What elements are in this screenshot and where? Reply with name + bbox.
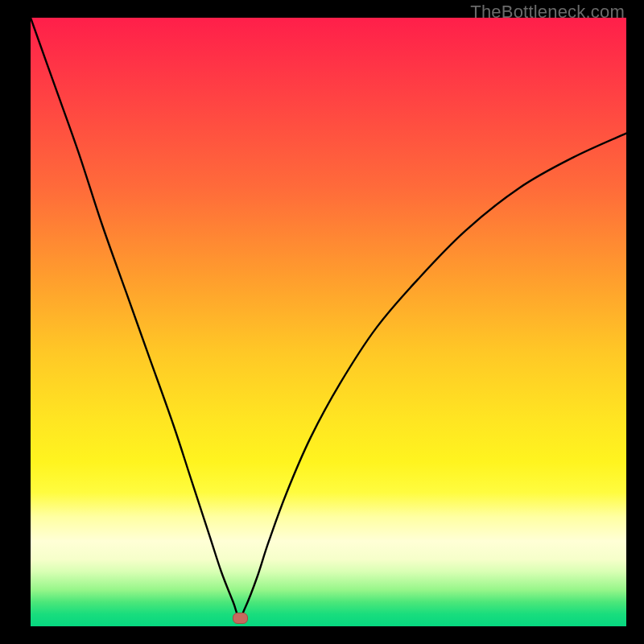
- plot-area: [31, 18, 626, 626]
- bottleneck-curve: [31, 18, 626, 626]
- curve-path: [31, 18, 626, 617]
- chart-frame: TheBottleneck.com: [0, 0, 644, 644]
- watermark-label: TheBottleneck.com: [470, 2, 625, 23]
- minimum-marker: [233, 613, 248, 624]
